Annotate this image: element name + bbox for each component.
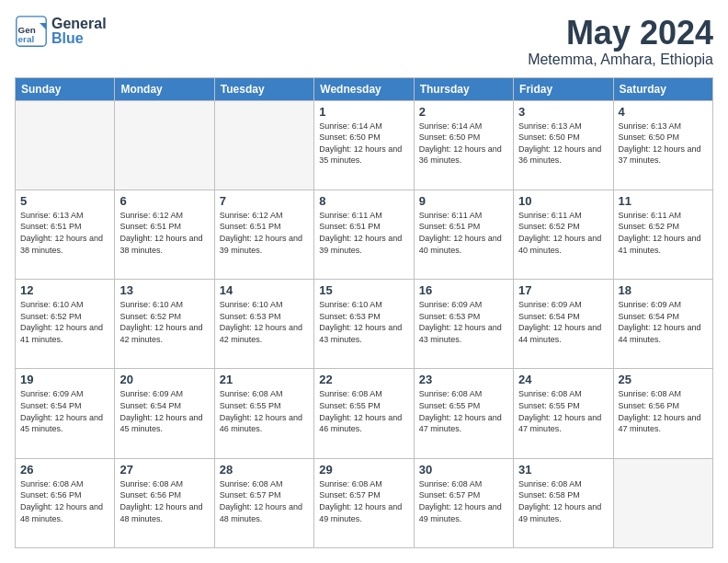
calendar-week-3: 12Sunrise: 6:10 AMSunset: 6:52 PMDayligh… bbox=[16, 280, 713, 369]
day-number: 14 bbox=[220, 283, 309, 297]
day-info: Sunrise: 6:14 AMSunset: 6:50 PMDaylight:… bbox=[419, 121, 508, 167]
day-info: Sunrise: 6:09 AMSunset: 6:54 PMDaylight:… bbox=[20, 388, 109, 434]
calendar-cell: 21Sunrise: 6:08 AMSunset: 6:55 PMDayligh… bbox=[214, 369, 313, 458]
day-info: Sunrise: 6:08 AMSunset: 6:56 PMDaylight:… bbox=[119, 478, 209, 524]
calendar-week-5: 26Sunrise: 6:08 AMSunset: 6:56 PMDayligh… bbox=[16, 458, 713, 547]
day-number: 31 bbox=[518, 463, 608, 477]
day-info: Sunrise: 6:12 AMSunset: 6:51 PMDaylight:… bbox=[119, 210, 209, 256]
day-number: 29 bbox=[319, 463, 408, 477]
calendar-cell: 2Sunrise: 6:14 AMSunset: 6:50 PMDaylight… bbox=[414, 100, 513, 190]
logo-general-text: General bbox=[51, 17, 107, 31]
calendar-cell: 12Sunrise: 6:10 AMSunset: 6:52 PMDayligh… bbox=[16, 280, 115, 369]
calendar-cell: 26Sunrise: 6:08 AMSunset: 6:56 PMDayligh… bbox=[16, 458, 115, 547]
calendar-cell: 23Sunrise: 6:08 AMSunset: 6:55 PMDayligh… bbox=[414, 369, 513, 458]
day-info: Sunrise: 6:08 AMSunset: 6:56 PMDaylight:… bbox=[619, 388, 708, 434]
calendar-week-1: 1Sunrise: 6:14 AMSunset: 6:50 PMDaylight… bbox=[16, 100, 713, 190]
calendar-cell: 4Sunrise: 6:13 AMSunset: 6:50 PMDaylight… bbox=[613, 100, 712, 190]
weekday-header-tuesday: Tuesday bbox=[214, 77, 313, 100]
calendar-cell: 15Sunrise: 6:10 AMSunset: 6:53 PMDayligh… bbox=[314, 280, 414, 369]
day-number: 1 bbox=[319, 105, 408, 119]
weekday-header-saturday: Saturday bbox=[613, 77, 712, 100]
calendar-header-row: SundayMondayTuesdayWednesdayThursdayFrid… bbox=[16, 77, 713, 100]
day-info: Sunrise: 6:13 AMSunset: 6:51 PMDaylight:… bbox=[20, 210, 109, 256]
location: Metemma, Amhara, Ethiopia bbox=[528, 52, 713, 68]
calendar-cell: 13Sunrise: 6:10 AMSunset: 6:52 PMDayligh… bbox=[115, 280, 214, 369]
logo: Gen eral General Blue bbox=[15, 15, 107, 48]
day-info: Sunrise: 6:09 AMSunset: 6:54 PMDaylight:… bbox=[119, 388, 209, 434]
calendar-cell bbox=[613, 458, 712, 547]
day-number: 20 bbox=[119, 373, 209, 386]
weekday-header-monday: Monday bbox=[115, 77, 214, 100]
calendar-cell: 8Sunrise: 6:11 AMSunset: 6:51 PMDaylight… bbox=[314, 190, 414, 279]
calendar-cell: 28Sunrise: 6:08 AMSunset: 6:57 PMDayligh… bbox=[214, 458, 313, 547]
day-number: 15 bbox=[319, 283, 408, 297]
calendar-cell: 24Sunrise: 6:08 AMSunset: 6:55 PMDayligh… bbox=[514, 369, 613, 458]
calendar-cell: 18Sunrise: 6:09 AMSunset: 6:54 PMDayligh… bbox=[613, 280, 712, 369]
calendar-cell: 11Sunrise: 6:11 AMSunset: 6:52 PMDayligh… bbox=[613, 190, 712, 279]
day-number: 21 bbox=[220, 373, 309, 386]
day-info: Sunrise: 6:14 AMSunset: 6:50 PMDaylight:… bbox=[319, 121, 408, 167]
day-number: 13 bbox=[119, 283, 209, 297]
day-number: 17 bbox=[518, 283, 608, 297]
day-number: 28 bbox=[220, 463, 309, 477]
calendar-cell: 9Sunrise: 6:11 AMSunset: 6:51 PMDaylight… bbox=[414, 190, 513, 279]
calendar-cell: 29Sunrise: 6:08 AMSunset: 6:57 PMDayligh… bbox=[314, 458, 414, 547]
day-info: Sunrise: 6:13 AMSunset: 6:50 PMDaylight:… bbox=[619, 121, 708, 167]
day-info: Sunrise: 6:08 AMSunset: 6:58 PMDaylight:… bbox=[518, 478, 608, 524]
calendar-cell: 16Sunrise: 6:09 AMSunset: 6:53 PMDayligh… bbox=[414, 280, 513, 369]
day-number: 26 bbox=[20, 463, 109, 477]
day-info: Sunrise: 6:08 AMSunset: 6:55 PMDaylight:… bbox=[220, 388, 309, 434]
day-number: 6 bbox=[119, 194, 209, 208]
day-info: Sunrise: 6:08 AMSunset: 6:55 PMDaylight:… bbox=[419, 388, 508, 434]
day-info: Sunrise: 6:08 AMSunset: 6:55 PMDaylight:… bbox=[319, 388, 408, 434]
calendar-cell: 5Sunrise: 6:13 AMSunset: 6:51 PMDaylight… bbox=[16, 190, 115, 279]
calendar-cell bbox=[16, 100, 115, 190]
day-number: 7 bbox=[220, 194, 309, 208]
logo-icon: Gen eral bbox=[15, 15, 48, 48]
day-info: Sunrise: 6:11 AMSunset: 6:52 PMDaylight:… bbox=[619, 210, 708, 256]
calendar-cell: 3Sunrise: 6:13 AMSunset: 6:50 PMDaylight… bbox=[514, 100, 613, 190]
logo-name: General Blue bbox=[51, 17, 107, 46]
day-info: Sunrise: 6:08 AMSunset: 6:57 PMDaylight:… bbox=[419, 478, 508, 524]
day-number: 18 bbox=[619, 283, 708, 297]
day-info: Sunrise: 6:08 AMSunset: 6:57 PMDaylight:… bbox=[319, 478, 408, 524]
day-number: 23 bbox=[419, 373, 508, 386]
day-number: 9 bbox=[419, 194, 508, 208]
month-title: May 2024 bbox=[528, 15, 713, 52]
calendar-cell: 20Sunrise: 6:09 AMSunset: 6:54 PMDayligh… bbox=[115, 369, 214, 458]
page: Gen eral General Blue May 2024 Metemma, … bbox=[0, 0, 728, 563]
day-number: 19 bbox=[20, 373, 109, 386]
calendar-cell: 10Sunrise: 6:11 AMSunset: 6:52 PMDayligh… bbox=[514, 190, 613, 279]
calendar-week-2: 5Sunrise: 6:13 AMSunset: 6:51 PMDaylight… bbox=[16, 190, 713, 279]
day-number: 12 bbox=[20, 283, 109, 297]
day-info: Sunrise: 6:08 AMSunset: 6:56 PMDaylight:… bbox=[20, 478, 109, 524]
day-number: 2 bbox=[419, 105, 508, 119]
day-info: Sunrise: 6:09 AMSunset: 6:54 PMDaylight:… bbox=[619, 299, 708, 345]
weekday-header-thursday: Thursday bbox=[414, 77, 513, 100]
day-info: Sunrise: 6:10 AMSunset: 6:52 PMDaylight:… bbox=[20, 299, 109, 345]
logo-blue-text: Blue bbox=[51, 31, 107, 46]
calendar-cell bbox=[214, 100, 313, 190]
day-number: 22 bbox=[319, 373, 408, 386]
calendar-cell bbox=[115, 100, 214, 190]
calendar-cell: 17Sunrise: 6:09 AMSunset: 6:54 PMDayligh… bbox=[514, 280, 613, 369]
calendar-cell: 7Sunrise: 6:12 AMSunset: 6:51 PMDaylight… bbox=[214, 190, 313, 279]
weekday-header-sunday: Sunday bbox=[16, 77, 115, 100]
day-number: 5 bbox=[20, 194, 109, 208]
day-info: Sunrise: 6:13 AMSunset: 6:50 PMDaylight:… bbox=[518, 121, 608, 167]
day-number: 27 bbox=[119, 463, 209, 477]
calendar-cell: 6Sunrise: 6:12 AMSunset: 6:51 PMDaylight… bbox=[115, 190, 214, 279]
day-info: Sunrise: 6:10 AMSunset: 6:52 PMDaylight:… bbox=[119, 299, 209, 345]
svg-text:eral: eral bbox=[18, 34, 35, 44]
calendar-cell: 19Sunrise: 6:09 AMSunset: 6:54 PMDayligh… bbox=[16, 369, 115, 458]
day-info: Sunrise: 6:08 AMSunset: 6:55 PMDaylight:… bbox=[518, 388, 608, 434]
day-number: 11 bbox=[619, 194, 708, 208]
title-block: May 2024 Metemma, Amhara, Ethiopia bbox=[528, 15, 713, 68]
day-info: Sunrise: 6:08 AMSunset: 6:57 PMDaylight:… bbox=[220, 478, 309, 524]
day-info: Sunrise: 6:09 AMSunset: 6:53 PMDaylight:… bbox=[419, 299, 508, 345]
day-number: 30 bbox=[419, 463, 508, 477]
calendar-cell: 14Sunrise: 6:10 AMSunset: 6:53 PMDayligh… bbox=[214, 280, 313, 369]
day-info: Sunrise: 6:12 AMSunset: 6:51 PMDaylight:… bbox=[220, 210, 309, 256]
day-info: Sunrise: 6:10 AMSunset: 6:53 PMDaylight:… bbox=[319, 299, 408, 345]
day-info: Sunrise: 6:09 AMSunset: 6:54 PMDaylight:… bbox=[518, 299, 608, 345]
